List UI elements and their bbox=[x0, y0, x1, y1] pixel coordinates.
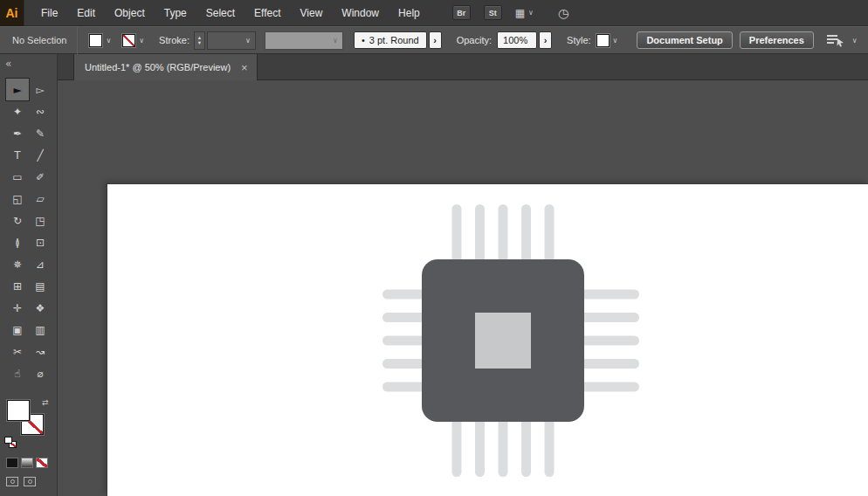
rectangle-tool[interactable]: ▭ bbox=[6, 166, 29, 188]
width-tool[interactable]: ≬ bbox=[6, 231, 29, 253]
bridge-button[interactable]: Br bbox=[452, 5, 471, 20]
menu-window[interactable]: Window bbox=[332, 0, 389, 26]
opacity-label[interactable]: Opacity: bbox=[457, 35, 492, 45]
stroke-label[interactable]: Stroke: bbox=[159, 35, 189, 45]
artboard[interactable] bbox=[107, 183, 868, 496]
swap-fill-stroke-icon[interactable]: ⇄ bbox=[42, 398, 49, 407]
style-picker[interactable]: ∨ bbox=[596, 34, 618, 47]
canvas[interactable] bbox=[58, 80, 868, 496]
opacity-chevron[interactable]: › bbox=[539, 31, 552, 49]
artboard-tool[interactable]: ▣ bbox=[6, 319, 29, 341]
none-button[interactable] bbox=[36, 458, 48, 468]
menu-select[interactable]: Select bbox=[196, 0, 245, 26]
preferences-button[interactable]: Preferences bbox=[740, 31, 814, 49]
zoom-tool[interactable]: ⌀ bbox=[29, 362, 52, 384]
symbol-sprayer-tool[interactable]: ✵ bbox=[6, 253, 29, 275]
color-button[interactable] bbox=[6, 458, 18, 468]
chevron-down-icon[interactable]: ∨ bbox=[613, 37, 618, 45]
menu-edit[interactable]: Edit bbox=[67, 0, 105, 26]
chip-pin-right[interactable] bbox=[575, 359, 639, 369]
menu-effect[interactable]: Effect bbox=[245, 0, 290, 26]
chip-pin-top[interactable] bbox=[521, 204, 531, 268]
fill-swatch[interactable] bbox=[89, 34, 102, 47]
chip-pin-bottom[interactable] bbox=[521, 413, 531, 477]
chip-pin-bottom[interactable] bbox=[545, 413, 555, 477]
opacity-input[interactable]: 100% bbox=[497, 31, 537, 49]
magic-wand-tool[interactable]: ✦ bbox=[6, 100, 29, 122]
style-swatch[interactable] bbox=[596, 34, 610, 47]
chevron-down-icon[interactable]: ∨ bbox=[139, 37, 144, 45]
blend-tool[interactable]: ❖ bbox=[29, 297, 52, 319]
line-segment-tool[interactable]: ╱ bbox=[29, 144, 52, 166]
step-down-icon[interactable]: ▾ bbox=[198, 40, 201, 46]
eraser-tool-icon: ▱ bbox=[36, 193, 44, 205]
draw-normal-icon[interactable] bbox=[6, 477, 18, 486]
fill-proxy[interactable] bbox=[7, 400, 30, 421]
arrange-documents-button[interactable]: ▦ ∨ bbox=[515, 7, 534, 19]
stock-button[interactable]: St bbox=[484, 5, 502, 20]
menu-view[interactable]: View bbox=[291, 0, 333, 26]
type-tool[interactable]: T bbox=[6, 144, 29, 166]
shape-builder-tool[interactable]: ◱ bbox=[6, 188, 29, 210]
chip-pin-bottom[interactable] bbox=[475, 413, 485, 477]
chip-pin-top[interactable] bbox=[545, 204, 555, 268]
illustrator-window: Ai File Edit Object Type Select Effect V… bbox=[0, 0, 868, 496]
lasso-tool[interactable]: ∾ bbox=[29, 100, 52, 122]
stroke-color-picker[interactable]: ∨ bbox=[122, 34, 144, 47]
paintbrush-tool[interactable]: ✐ bbox=[29, 166, 52, 188]
chip-pin-right[interactable] bbox=[575, 290, 639, 300]
pen-tool[interactable]: ✒ bbox=[6, 122, 29, 144]
selection-tool[interactable]: ► bbox=[6, 79, 29, 100]
width-tool-icon: ≬ bbox=[15, 237, 20, 249]
direct-selection-tool[interactable]: ▻ bbox=[29, 79, 52, 100]
fill-color-picker[interactable]: ∨ bbox=[89, 34, 111, 47]
chip-artwork[interactable] bbox=[107, 184, 868, 496]
draw-behind-icon[interactable] bbox=[24, 477, 36, 486]
chip-pin-right[interactable] bbox=[575, 336, 639, 346]
eyedropper-tool[interactable]: ✛ bbox=[6, 297, 29, 319]
scale-tool[interactable]: ◳ bbox=[29, 210, 52, 231]
free-transform-tool[interactable]: ⊡ bbox=[29, 231, 52, 253]
chip-pin-top[interactable] bbox=[499, 204, 508, 268]
hand-tool[interactable]: ☝ bbox=[6, 362, 29, 384]
perspective-grid-tool[interactable]: ⊿ bbox=[29, 253, 52, 275]
eraser-tool[interactable]: ▱ bbox=[29, 188, 52, 210]
menu-help[interactable]: Help bbox=[389, 0, 430, 26]
chip-pin-top[interactable] bbox=[452, 204, 462, 268]
rotate-tool[interactable]: ↻ bbox=[6, 210, 29, 231]
chip-core[interactable] bbox=[475, 313, 531, 369]
workspace-switcher[interactable]: ∨ bbox=[826, 33, 858, 47]
gradient-tool[interactable]: ▤ bbox=[29, 275, 52, 297]
menu-object[interactable]: Object bbox=[105, 0, 155, 26]
document-tab[interactable]: Untitled-1* @ 50% (RGB/Preview) × bbox=[73, 54, 258, 80]
curvature-tool[interactable]: ↝ bbox=[29, 341, 52, 362]
stroke-weight-dropdown[interactable]: ∨ bbox=[207, 31, 256, 50]
column-graph-tool[interactable]: ▥ bbox=[29, 319, 52, 341]
chip-pin-right[interactable] bbox=[575, 382, 639, 392]
cs-live-icon[interactable]: ◷ bbox=[558, 6, 568, 20]
brush-definition-chevron[interactable]: › bbox=[429, 31, 442, 49]
style-label[interactable]: Style: bbox=[567, 35, 591, 45]
panel-collapse-icon[interactable]: « bbox=[5, 58, 10, 70]
chevron-down-icon[interactable]: ∨ bbox=[106, 37, 111, 45]
chevron-down-icon: ∨ bbox=[852, 37, 858, 45]
pencil-tool[interactable]: ✎ bbox=[29, 122, 52, 144]
close-icon[interactable]: × bbox=[241, 62, 248, 73]
stroke-weight-stepper[interactable]: ▴ ▾ bbox=[194, 31, 205, 50]
chip-pin-right[interactable] bbox=[575, 313, 639, 322]
chip-pin-bottom[interactable] bbox=[499, 413, 508, 477]
default-fill-stroke-icon[interactable] bbox=[4, 437, 12, 444]
mesh-tool[interactable]: ⊞ bbox=[6, 275, 29, 297]
variable-width-dropdown-disabled: ∨ bbox=[265, 31, 343, 50]
document-setup-button[interactable]: Document Setup bbox=[637, 31, 732, 49]
chip-pin-bottom[interactable] bbox=[452, 413, 462, 477]
chip-pin-top[interactable] bbox=[475, 204, 485, 268]
menu-type[interactable]: Type bbox=[155, 0, 196, 26]
chevron-down-icon: ∨ bbox=[245, 37, 251, 45]
stroke-swatch-none[interactable] bbox=[122, 34, 135, 47]
gradient-button[interactable] bbox=[21, 458, 33, 468]
brush-definition-dropdown[interactable]: • 3 pt. Round bbox=[354, 31, 427, 49]
free-transform-tool-icon: ⊡ bbox=[36, 237, 45, 249]
menu-file[interactable]: File bbox=[31, 0, 67, 26]
slice-tool[interactable]: ✂ bbox=[6, 341, 29, 362]
